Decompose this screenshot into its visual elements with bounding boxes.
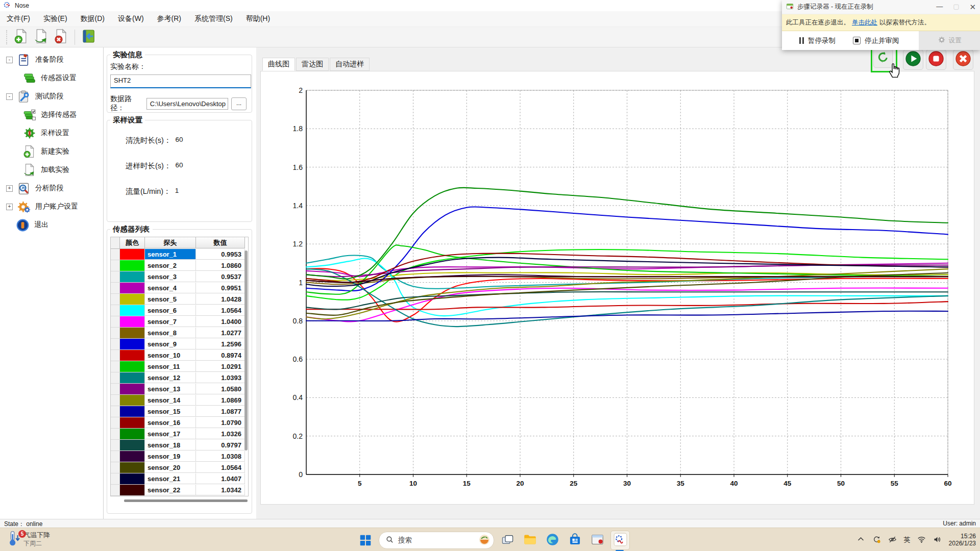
volume-icon[interactable] [933,535,942,544]
column-header[interactable]: 数值 [196,237,245,248]
sidebar-item-exit[interactable]: 退出 [0,216,103,234]
table-row[interactable]: sensor_61.0564 [111,305,248,316]
sidebar-item-analysis-stage[interactable]: +分析阶段 [0,179,103,197]
play-button[interactable] [903,49,923,70]
sensor-name-cell[interactable]: sensor_5 [145,294,196,305]
sidebar-item-load-experiment[interactable]: 加载实验 [0,161,103,179]
table-row[interactable]: sensor_51.0428 [111,294,248,305]
menu-item-5[interactable]: 系统管理(S) [188,12,239,26]
tray-sync-icon[interactable] [872,535,881,544]
sensor-name-cell[interactable]: sensor_10 [145,350,196,361]
menu-item-1[interactable]: 实验(E) [37,12,74,26]
table-row[interactable]: sensor_151.0877 [111,406,248,417]
close-experiment-doc-button[interactable] [53,29,70,46]
browse-button[interactable]: ... [231,97,247,110]
table-row[interactable]: sensor_211.0407 [111,473,248,485]
menu-item-4[interactable]: 参考(R) [151,12,188,26]
tray-eye-off-icon[interactable] [888,535,897,544]
table-row[interactable]: sensor_21.0860 [111,260,248,271]
recorder-settings-button[interactable]: 设置 [919,31,980,50]
file-explorer-taskbar-button[interactable] [521,531,539,549]
sensor-name-cell[interactable]: sensor_16 [145,417,196,428]
sensor-name-cell[interactable]: sensor_6 [145,305,196,316]
table-row[interactable]: sensor_180.9797 [111,440,248,451]
sensor-name-cell[interactable]: sensor_2 [145,260,196,271]
sidebar-item-new-experiment[interactable]: 新建实验 [0,142,103,161]
menu-item-2[interactable]: 数据(D) [74,12,111,26]
collapse-expander-icon[interactable]: - [6,57,13,63]
table-row[interactable]: sensor_191.0308 [111,451,248,462]
collapse-expander-icon[interactable]: - [6,93,13,100]
sensor-name-cell[interactable]: sensor_8 [145,328,196,338]
load-experiment-doc-button[interactable] [33,29,50,46]
sidebar-item-user-account-settings[interactable]: +用户账户设置 [0,197,103,216]
sensor-name-cell[interactable]: sensor_17 [145,429,196,439]
expand-expander-icon[interactable]: + [6,185,13,192]
tab-autosample[interactable]: 自动进样 [330,58,370,71]
column-header[interactable]: 探头 [145,237,196,248]
sensor-name-cell[interactable]: sensor_18 [145,440,196,450]
table-row[interactable]: sensor_91.2596 [111,339,248,350]
new-experiment-doc-button[interactable] [13,29,30,46]
horizontal-scrollbar[interactable] [124,499,248,502]
sensor-name-cell[interactable]: sensor_22 [145,485,196,495]
sensor-name-cell[interactable]: sensor_11 [145,361,196,372]
menu-item-0[interactable]: 文件(F) [0,12,37,26]
expand-expander-icon[interactable]: + [6,204,13,210]
nose-app-taskbar-button[interactable] [610,531,630,550]
stop-and-review-button[interactable]: 停止并审阅 [853,36,899,45]
table-row[interactable]: sensor_121.0393 [111,372,248,384]
table-row[interactable]: sensor_100.8974 [111,350,248,361]
sidebar-item-sampling-settings[interactable]: 采样设置 [0,124,103,142]
sensor-name-cell[interactable]: sensor_15 [145,406,196,417]
minimize-icon[interactable]: — [936,3,943,12]
table-row[interactable]: sensor_161.0790 [111,417,248,429]
sidebar-item-prep-stage[interactable]: -准备阶段 [0,51,103,69]
table-row[interactable]: sensor_221.0342 [111,485,248,496]
sensor-name-cell[interactable]: sensor_20 [145,462,196,473]
microsoft-store-taskbar-button[interactable] [566,531,584,549]
column-header[interactable]: 颜色 [120,237,145,249]
edge-browser-taskbar-button[interactable] [543,531,561,549]
menu-item-3[interactable]: 设备(W) [111,12,151,26]
info-link[interactable]: 单击此处 [852,18,877,27]
toggle-panel-button[interactable] [80,29,97,46]
sensor-name-cell[interactable]: sensor_14 [145,395,196,406]
sensor-name-cell[interactable]: sensor_21 [145,473,196,484]
stop-button[interactable] [926,49,946,70]
table-row[interactable]: sensor_141.0869 [111,395,248,406]
table-row[interactable]: sensor_81.0277 [111,328,248,339]
close-icon[interactable]: ✕ [969,3,976,12]
sensor-name-cell[interactable]: sensor_4 [145,283,196,293]
sensor-name-cell[interactable]: sensor_9 [145,339,196,349]
start-button[interactable] [356,531,375,549]
data-path-input[interactable]: C:\Users\Lenovo\Desktop [146,98,228,110]
vertical-scrollbar[interactable] [244,251,248,450]
table-row[interactable]: sensor_71.0400 [111,316,248,328]
table-row[interactable]: sensor_10.9953 [111,249,248,260]
ime-indicator[interactable]: 英 [904,535,911,544]
sensor-name-cell[interactable]: sensor_13 [145,384,196,394]
taskbar-search[interactable]: 搜索 [379,532,494,549]
sensor-name-cell[interactable]: sensor_19 [145,451,196,462]
sidebar-item-test-stage[interactable]: -测试阶段 [0,87,103,106]
experiment-name-input[interactable]: SHT2 [110,74,251,88]
close-x-button[interactable] [953,49,973,70]
sensor-name-cell[interactable]: sensor_3 [145,271,196,282]
table-row[interactable]: sensor_40.9951 [111,283,248,294]
table-row[interactable]: sensor_111.0291 [111,361,248,372]
tab-radar[interactable]: 雷达图 [296,58,329,71]
pause-recording-button[interactable]: 暂停录制 [799,36,836,45]
wifi-icon[interactable] [917,535,926,544]
tab-curve[interactable]: 曲线图 [262,58,295,71]
sensor-name-cell[interactable]: sensor_1 [145,249,196,260]
sidebar-item-sensor-settings[interactable]: 传感器设置 [0,69,103,87]
sensor-name-cell[interactable]: sensor_7 [145,316,196,327]
weather-widget[interactable]: 5 气温下降 下周二 [5,530,50,548]
table-row[interactable]: sensor_201.0564 [111,462,248,473]
taskbar-clock[interactable]: 15:26 2026/1/23 [949,533,976,547]
table-row[interactable]: sensor_30.9537 [111,271,248,283]
menu-item-6[interactable]: 帮助(H) [239,12,277,26]
table-row[interactable]: sensor_171.0326 [111,429,248,440]
steps-recorder-app-taskbar-button[interactable] [588,531,606,549]
